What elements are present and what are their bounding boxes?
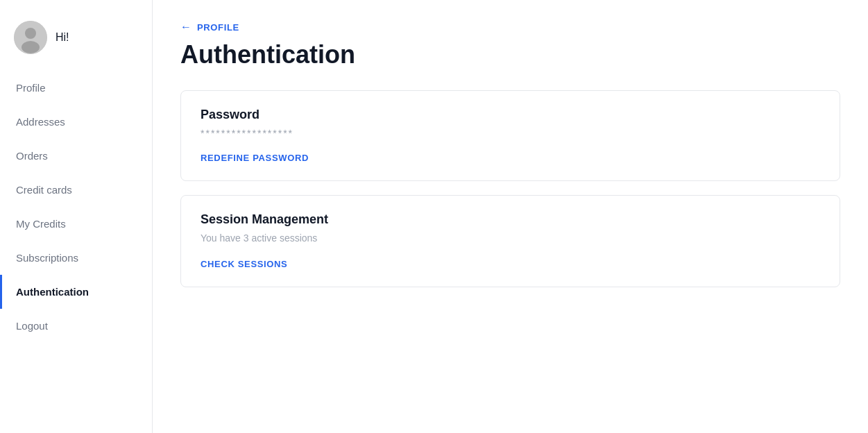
main-content: ← PROFILE Authentication Password ******…	[153, 0, 868, 433]
sidebar-item-subscriptions[interactable]: Subscriptions	[0, 241, 152, 275]
sidebar-item-my-credits[interactable]: My Credits	[0, 207, 152, 241]
greeting-text: Hi!	[56, 31, 69, 44]
avatar	[14, 21, 47, 54]
breadcrumb-label[interactable]: PROFILE	[197, 22, 239, 33]
sidebar-item-logout[interactable]: Logout	[0, 309, 152, 343]
sidebar-item-orders[interactable]: Orders	[0, 139, 152, 173]
check-sessions-button[interactable]: CHECK SESSIONS	[201, 259, 287, 269]
sidebar: Hi! Profile Addresses Orders Credit card…	[0, 0, 153, 433]
svg-point-1	[25, 28, 36, 39]
sidebar-item-profile[interactable]: Profile	[0, 71, 152, 105]
session-card-title: Session Management	[201, 212, 820, 227]
password-card: Password ****************** REDEFINE PAS…	[180, 90, 840, 181]
session-card-subtitle: You have 3 active sessions	[201, 232, 820, 244]
session-card: Session Management You have 3 active ses…	[180, 195, 840, 287]
sidebar-item-addresses[interactable]: Addresses	[0, 105, 152, 139]
back-arrow-icon: ←	[180, 21, 192, 33]
svg-point-2	[22, 41, 40, 53]
sidebar-user: Hi!	[0, 14, 152, 71]
sidebar-item-credit-cards[interactable]: Credit cards	[0, 173, 152, 207]
breadcrumb: ← PROFILE	[180, 21, 840, 33]
password-dots: ******************	[201, 128, 820, 139]
redefine-password-button[interactable]: REDEFINE PASSWORD	[201, 153, 309, 163]
sidebar-item-authentication[interactable]: Authentication	[0, 275, 152, 309]
sidebar-nav: Profile Addresses Orders Credit cards My…	[0, 71, 152, 343]
password-card-title: Password	[201, 108, 820, 122]
page-title: Authentication	[180, 40, 840, 69]
